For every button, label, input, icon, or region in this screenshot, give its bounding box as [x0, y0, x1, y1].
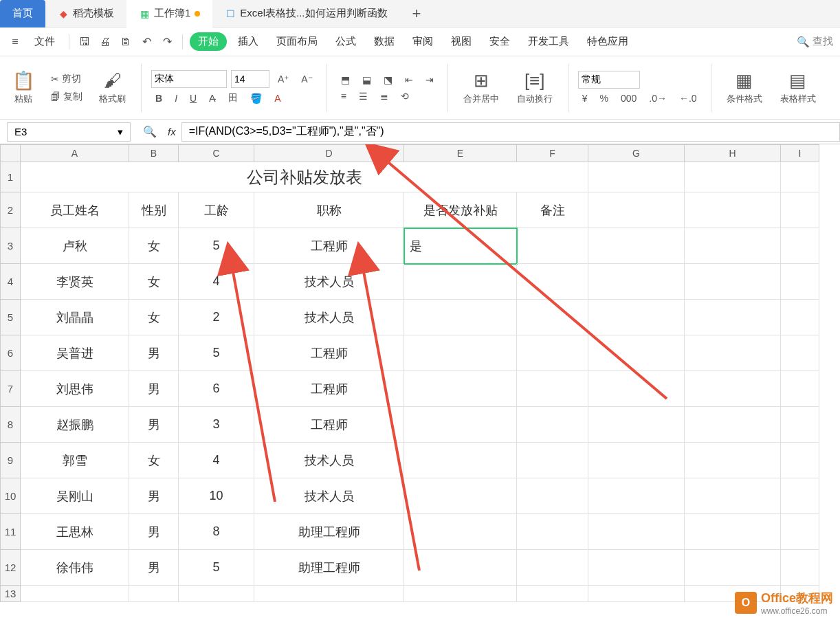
align-right-button[interactable]: ≣	[376, 89, 393, 103]
align-center-button[interactable]: ☰	[355, 89, 372, 103]
cell-title[interactable]: 技术人员	[254, 264, 404, 300]
underline-button[interactable]: U	[186, 91, 201, 105]
row-header-9[interactable]: 9	[0, 443, 21, 478]
name-box[interactable]: E3 ▾	[7, 122, 131, 142]
cell[interactable]	[588, 192, 685, 228]
indent-decrease-button[interactable]: ⇤	[401, 73, 417, 87]
row-header-2[interactable]: 2	[0, 192, 21, 228]
cell-note[interactable]	[517, 335, 588, 371]
cell-note[interactable]	[517, 300, 588, 335]
cell[interactable]	[781, 478, 819, 514]
cell-title[interactable]: 助理工程师	[254, 514, 404, 550]
increase-font-button[interactable]: A⁺	[274, 72, 293, 86]
print-preview-icon[interactable]: 🗎	[118, 36, 134, 48]
cell[interactable]	[588, 514, 685, 550]
view-menu[interactable]: 视图	[444, 31, 478, 52]
cell-gender[interactable]: 女	[129, 300, 179, 335]
cell-note[interactable]	[517, 371, 588, 407]
col-header-D[interactable]: D	[254, 144, 404, 162]
cell-note[interactable]	[517, 514, 588, 550]
cell[interactable]	[588, 550, 685, 586]
col-header-B[interactable]: B	[129, 144, 179, 162]
bold-button[interactable]: B	[151, 91, 166, 105]
col-header-I[interactable]: I	[781, 144, 819, 162]
cell[interactable]	[588, 162, 685, 192]
cell-title[interactable]: 工程师	[254, 371, 404, 407]
cell-note[interactable]	[517, 264, 588, 300]
row-header-7[interactable]: 7	[0, 371, 21, 407]
row-header-13[interactable]: 13	[0, 586, 21, 602]
row-header-3[interactable]: 3	[0, 228, 21, 264]
cell[interactable]	[588, 300, 685, 335]
cell[interactable]	[588, 264, 685, 300]
cell-title[interactable]: 技术人员	[254, 300, 404, 335]
cell[interactable]	[685, 478, 781, 514]
orientation-button[interactable]: ⟲	[397, 89, 413, 103]
insert-menu[interactable]: 插入	[231, 31, 265, 52]
cell-gender[interactable]: 男	[129, 407, 179, 443]
zoom-formula-icon[interactable]: 🔍	[137, 125, 162, 138]
header-cell[interactable]: 备注	[517, 192, 588, 228]
cell-years[interactable]: 8	[179, 514, 254, 550]
cell-name[interactable]: 郭雪	[21, 443, 129, 478]
cell-subsidy[interactable]	[404, 371, 517, 407]
cell-gender[interactable]: 男	[129, 550, 179, 586]
wrap-button[interactable]: [≡] 自动换行	[511, 67, 558, 108]
cell-gender[interactable]: 女	[129, 443, 179, 478]
template-tab[interactable]: ◆ 稻壳模板	[45, 0, 126, 27]
cell[interactable]	[588, 478, 685, 514]
cell-subsidy[interactable]	[404, 335, 517, 371]
cut-button[interactable]: ✂剪切	[47, 71, 87, 87]
merge-button[interactable]: ⊞ 合并居中	[458, 67, 505, 108]
data-menu[interactable]: 数据	[367, 31, 401, 52]
cell[interactable]	[685, 407, 781, 443]
cell-note[interactable]	[517, 550, 588, 586]
table-style-button[interactable]: ▤ 表格样式	[775, 67, 821, 108]
italic-button[interactable]: I	[170, 91, 181, 105]
cell[interactable]	[781, 443, 819, 478]
row-header-6[interactable]: 6	[0, 335, 21, 371]
undo-icon[interactable]: ↶	[138, 35, 155, 48]
cell-years[interactable]: 2	[179, 300, 254, 335]
cell[interactable]	[685, 192, 781, 228]
comma-button[interactable]: 000	[617, 91, 641, 105]
cell-name[interactable]: 刘晶晶	[21, 300, 129, 335]
font-select[interactable]	[151, 70, 227, 88]
header-cell[interactable]: 性别	[129, 192, 179, 228]
align-top-button[interactable]: ⬒	[337, 73, 354, 87]
cell-name[interactable]: 徐伟伟	[21, 550, 129, 586]
review-menu[interactable]: 审阅	[406, 31, 440, 52]
cell-title[interactable]: 技术人员	[254, 443, 404, 478]
cell[interactable]	[685, 264, 781, 300]
cell[interactable]	[781, 335, 819, 371]
cell[interactable]	[781, 371, 819, 407]
decrease-font-button[interactable]: A⁻	[297, 72, 316, 86]
cell[interactable]	[129, 586, 179, 602]
cell[interactable]	[685, 443, 781, 478]
menu-icon[interactable]: ≡	[7, 36, 23, 48]
dec-decimal-button[interactable]: ←.0	[675, 91, 701, 105]
cell[interactable]	[685, 335, 781, 371]
cell-years[interactable]: 5	[179, 228, 254, 264]
cell-name[interactable]: 李贤英	[21, 264, 129, 300]
cell[interactable]	[781, 550, 819, 586]
cell-subsidy[interactable]	[404, 478, 517, 514]
row-header-10[interactable]: 10	[0, 478, 21, 514]
cond-format-button[interactable]: ▦ 条件格式	[721, 67, 768, 108]
cell[interactable]	[781, 192, 819, 228]
cell-name[interactable]: 赵振鹏	[21, 407, 129, 443]
cell-name[interactable]: 吴刚山	[21, 478, 129, 514]
header-cell[interactable]: 是否发放补贴	[404, 192, 517, 228]
cell[interactable]	[685, 300, 781, 335]
cell-title[interactable]: 工程师	[254, 407, 404, 443]
cell-name[interactable]: 吴普进	[21, 335, 129, 371]
border-button[interactable]: 田	[224, 91, 242, 106]
new-tab-button[interactable]: +	[400, 5, 434, 23]
copy-button[interactable]: 🗐复制	[47, 89, 87, 104]
cell[interactable]	[781, 300, 819, 335]
formula-input[interactable]: =IF(AND(C3>=5,D3="工程师"),"是","否")	[181, 122, 840, 142]
row-header-8[interactable]: 8	[0, 407, 21, 443]
cell[interactable]	[685, 514, 781, 550]
layout-menu[interactable]: 页面布局	[269, 31, 324, 52]
cell-subsidy[interactable]	[404, 300, 517, 335]
